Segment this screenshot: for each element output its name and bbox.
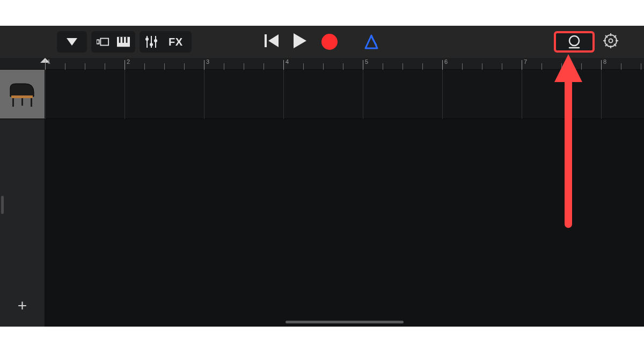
view-toggle-group <box>91 31 135 53</box>
svg-marker-14 <box>268 34 279 47</box>
plus-icon: + <box>18 297 27 315</box>
home-indicator <box>286 321 404 323</box>
ruler-bar-label: 5 <box>365 58 368 65</box>
svg-point-18 <box>569 36 579 46</box>
play-button[interactable] <box>294 33 306 50</box>
svg-rect-4 <box>119 37 121 43</box>
metronome-icon <box>363 34 379 49</box>
timeline-ruler[interactable]: 12345678 <box>0 58 644 70</box>
play-icon <box>294 33 306 48</box>
svg-marker-0 <box>67 38 77 46</box>
loop-browser-button[interactable] <box>554 31 595 53</box>
toolbar-right-cluster <box>554 31 618 53</box>
ruler-bar-label: 3 <box>206 58 209 65</box>
ruler-bar-label: 4 <box>286 58 289 65</box>
ruler-bar-label: 6 <box>444 58 448 65</box>
ruler-ticks: 12345678 <box>45 58 644 69</box>
loop-icon <box>566 35 582 49</box>
ruler-bar-label: 8 <box>603 58 606 65</box>
track-headers-column: + <box>0 70 45 327</box>
svg-point-21 <box>609 39 613 43</box>
rewind-icon <box>265 34 279 47</box>
sliders-icon <box>145 36 158 48</box>
garageband-tracks-view: FX <box>0 26 644 327</box>
browser-icon <box>97 37 109 47</box>
browser-view-button[interactable] <box>97 35 109 48</box>
svg-rect-31 <box>12 98 14 107</box>
svg-rect-13 <box>265 34 267 47</box>
svg-point-10 <box>145 38 149 41</box>
ruler-bar-label: 7 <box>524 58 527 65</box>
svg-line-17 <box>371 36 376 45</box>
gear-icon <box>603 33 618 48</box>
record-button[interactable] <box>321 34 338 50</box>
view-menu-button[interactable] <box>57 31 87 53</box>
settings-button[interactable] <box>603 33 618 50</box>
track-controls-button[interactable] <box>145 35 158 48</box>
keyboard-view-button[interactable] <box>117 35 130 48</box>
svg-rect-32 <box>31 98 32 107</box>
svg-point-11 <box>150 43 153 46</box>
timeline-area[interactable] <box>45 70 644 327</box>
workspace: + <box>0 70 644 327</box>
keyboard-icon <box>117 36 130 47</box>
chevron-down-icon <box>67 38 77 46</box>
svg-rect-6 <box>126 37 128 43</box>
svg-marker-15 <box>294 33 306 48</box>
track-header-grand-piano[interactable] <box>0 70 45 119</box>
record-icon <box>321 34 338 50</box>
svg-rect-33 <box>21 98 23 106</box>
svg-rect-30 <box>11 95 33 98</box>
add-track-button[interactable]: + <box>0 285 45 327</box>
svg-rect-5 <box>122 37 124 43</box>
svg-rect-2 <box>100 39 108 46</box>
svg-point-12 <box>154 39 157 42</box>
track-lane[interactable] <box>45 70 644 119</box>
svg-rect-1 <box>97 40 99 43</box>
go-to-beginning-button[interactable] <box>265 34 279 49</box>
fx-button[interactable]: FX <box>165 36 186 48</box>
metronome-button[interactable] <box>363 34 379 49</box>
ruler-bar-label: 1 <box>47 58 50 65</box>
vertical-scroll-thumb[interactable] <box>1 196 4 214</box>
ruler-bar-label: 2 <box>127 58 130 65</box>
toolbar-left-cluster: FX <box>57 31 192 53</box>
toolbar: FX <box>0 26 644 58</box>
grand-piano-icon <box>7 80 38 108</box>
controls-group: FX <box>140 31 192 53</box>
